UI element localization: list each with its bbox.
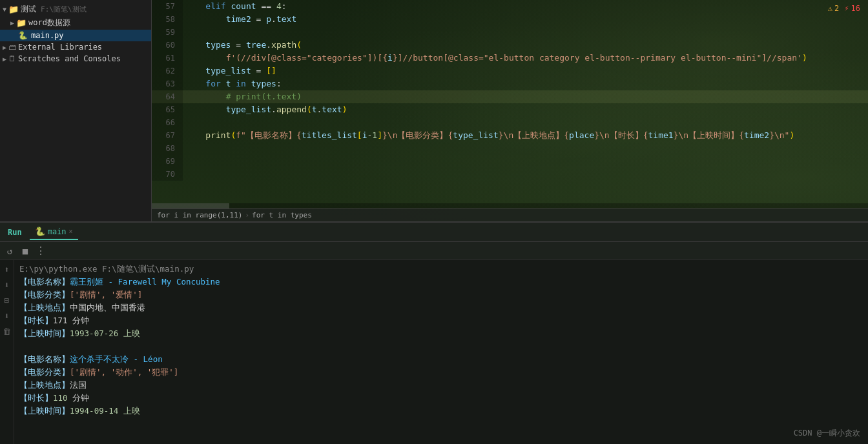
code-line-69: 69 <box>152 155 868 168</box>
line-content-60: types = tree.xpath( <box>183 39 868 52</box>
line-content-66 <box>183 116 868 129</box>
code-line-66: 66 <box>152 116 868 129</box>
folder-word-icon: 📁 <box>16 18 26 28</box>
label-location-1: 【上映地点】 <box>19 303 70 312</box>
warning-icon: ⚠ <box>828 4 832 13</box>
line-num-59: 59 <box>152 26 183 39</box>
line-num-60: 60 <box>152 39 183 52</box>
output-line-10: 【上映时间】1994-09-14 上映 <box>19 405 863 418</box>
sidebar-item-external-libs[interactable]: ▶ 🗃 External Libraries <box>0 41 151 53</box>
code-line-67: 67 print(f"【电影名称】{titles_list[i-1]}\n【电影… <box>152 129 868 142</box>
output-line-4: 【时长】171 分钟 <box>19 314 863 327</box>
line-content-67: print(f"【电影名称】{titles_list[i-1]}\n【电影分类】… <box>183 129 868 142</box>
scrollbar-thumb[interactable] <box>152 203 229 208</box>
line-content-62: type_list = [] <box>183 65 868 77</box>
sidebar-item-main-py[interactable]: 🐍 main.py <box>0 30 151 41</box>
line-content-63: for t in types: <box>183 77 868 90</box>
code-editor[interactable]: 57 elif count == 4: 58 time2 = p.text 59… <box>152 0 868 221</box>
more-options-button[interactable]: ⋮ <box>34 244 48 258</box>
project-path-label: F:\随笔\测试 <box>41 5 87 14</box>
output-line-8: 【上映地点】法国 <box>19 379 863 392</box>
run-panel-tabs: Run 🐍 main × <box>0 223 868 242</box>
breadcrumb-item-2[interactable]: for t in types <box>252 211 312 219</box>
py-file-icon: 🐍 <box>18 31 28 40</box>
value-location-1: 中国内地、中国香港 <box>70 303 145 312</box>
code-line-58: 58 time2 = p.text <box>152 13 868 26</box>
value-movie-name-2: 这个杀手不太冷 - Léon <box>70 354 163 364</box>
line-num-66: 66 <box>152 116 183 129</box>
line-num-67: 67 <box>152 129 183 142</box>
sidebar-item-scratches[interactable]: ▶ 🗒 Scratches and Consoles <box>0 53 151 65</box>
expand-arrow-lib-icon: ▶ <box>3 44 6 51</box>
label-movie-name-1: 【电影名称】 <box>19 277 70 287</box>
run-panel: Run 🐍 main × ↺ ■ ⋮ ⬆ ⬇ ⊟ ⬇ 🗑 E:\py\pytho… <box>0 221 868 444</box>
code-line-62: 62 type_list = [] <box>152 65 868 77</box>
output-line-1: 【电影名称】霸王别姬 - Farewell My Concubine <box>19 276 863 288</box>
label-location-2: 【上映地点】 <box>19 380 70 390</box>
value-movie-name-1: 霸王别姬 - Farewell My Concubine <box>70 277 220 287</box>
error-badge[interactable]: ⚡ 16 <box>844 4 860 13</box>
filter-icon[interactable]: ⊟ <box>1 294 14 307</box>
label-movie-name-2: 【电影名称】 <box>19 354 70 364</box>
line-num-61: 61 <box>152 52 183 65</box>
value-duration-1: 171 分钟 <box>53 316 89 325</box>
line-num-68: 68 <box>152 142 183 155</box>
scroll-bottom-icon[interactable]: ⬇ <box>1 278 14 291</box>
value-release-1: 1993-07-26 上映 <box>70 328 140 338</box>
expand-arrow-icon: ▼ <box>3 6 6 13</box>
file-tree: ▼ 📁 测试 F:\随笔\测试 ▶ 📁 word数据源 🐍 main.py ▶ … <box>0 0 151 67</box>
code-line-68: 68 <box>152 142 868 155</box>
stop-button[interactable]: ■ <box>18 244 32 258</box>
code-line-64: 64 # print(t.text) <box>152 90 868 103</box>
output-line-5: 【上映时间】1993-07-26 上映 <box>19 327 863 340</box>
line-num-64: 64 <box>152 90 183 103</box>
main-py-label: main.py <box>31 31 64 40</box>
label-genre-2: 【电影分类】 <box>19 367 70 377</box>
value-duration-2-unit: 分钟 <box>68 393 90 403</box>
code-lines: 57 elif count == 4: 58 time2 = p.text 59… <box>152 0 868 203</box>
run-toolbar: ↺ ■ ⋮ <box>0 242 868 260</box>
output-line-2: 【电影分类】['剧情', '爱情'] <box>19 288 863 301</box>
output-empty-1 <box>19 340 863 353</box>
line-content-58: time2 = p.text <box>183 13 868 26</box>
line-content-64: # print(t.text) <box>183 90 868 103</box>
line-content-61: f'(//div[@class="categories"])[{i}]//but… <box>183 52 868 65</box>
status-badges: ⚠ 2 ⚡ 16 <box>828 4 860 13</box>
line-num-70: 70 <box>152 168 183 181</box>
output-line-3: 【上映地点】中国内地、中国香港 <box>19 301 863 314</box>
download-icon[interactable]: ⬇ <box>1 309 14 322</box>
code-line-63: 63 for t in types: <box>152 77 868 90</box>
run-tab-main[interactable]: 🐍 main × <box>30 224 78 240</box>
code-line-57: 57 elif count == 4: <box>152 0 868 13</box>
line-content-68 <box>183 142 868 155</box>
sidebar-item-project-root[interactable]: ▼ 📁 测试 F:\随笔\测试 <box>0 3 151 16</box>
expand-arrow-word-icon: ▶ <box>10 19 14 26</box>
value-location-2: 法国 <box>70 380 87 390</box>
line-num-57: 57 <box>152 0 183 13</box>
run-tab-label[interactable]: Run <box>5 228 25 237</box>
output-cmd-line: E:\py\python.exe F:\随笔\测试\main.py <box>19 263 863 276</box>
run-output[interactable]: E:\py\python.exe F:\随笔\测试\main.py 【电影名称】… <box>14 260 868 444</box>
rerun-button[interactable]: ↺ <box>3 244 17 258</box>
run-left-icons: ⬆ ⬇ ⊟ ⬇ 🗑 <box>0 260 14 444</box>
line-content-69 <box>183 155 868 168</box>
external-lib-icon: 🗃 <box>8 43 16 52</box>
line-content-70 <box>183 168 868 181</box>
value-release-2: 1994-09-14 上映 <box>70 406 140 416</box>
code-line-60: 60 types = tree.xpath( <box>152 39 868 52</box>
sidebar-item-word-data[interactable]: ▶ 📁 word数据源 <box>0 16 151 30</box>
breadcrumb-item-1[interactable]: for i in range(1,11) <box>157 211 242 219</box>
run-tab-name: main <box>48 227 67 236</box>
run-tab-close-icon[interactable]: × <box>69 228 73 235</box>
warning-badge[interactable]: ⚠ 2 <box>828 4 839 13</box>
external-libs-label: External Libraries <box>18 43 102 52</box>
label-duration-2: 【时长】 <box>19 393 53 403</box>
clear-icon[interactable]: 🗑 <box>1 325 14 338</box>
scroll-top-icon[interactable]: ⬆ <box>1 263 14 276</box>
value-duration-2: 110 <box>53 393 68 403</box>
code-line-70: 70 <box>152 168 868 181</box>
label-release-2: 【上映时间】 <box>19 406 70 416</box>
editor-area: ⚠ 2 ⚡ 16 57 elif count == 4: 58 time2 <box>152 0 868 221</box>
sidebar: ▼ 📁 测试 F:\随笔\测试 ▶ 📁 word数据源 🐍 main.py ▶ … <box>0 0 152 221</box>
horizontal-scrollbar[interactable] <box>152 203 868 208</box>
